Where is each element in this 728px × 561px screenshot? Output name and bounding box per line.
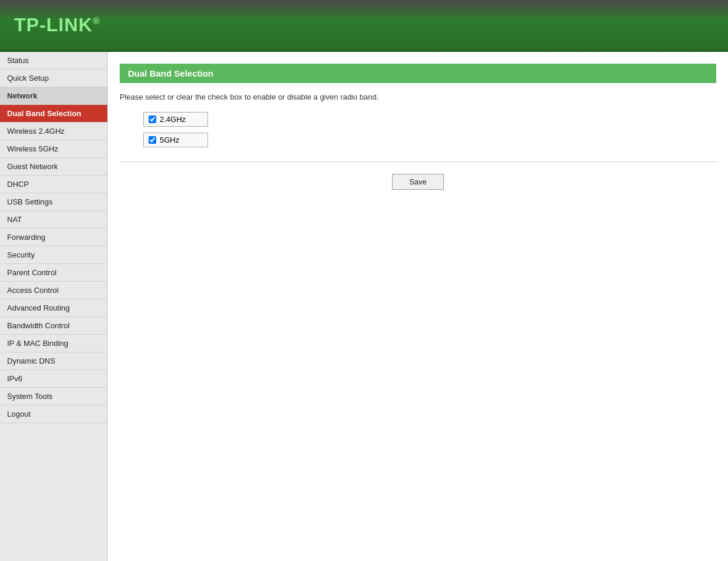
main-content: Dual Band Selection Please select or cle… [108, 52, 728, 561]
logo-text: TP-LINK [14, 14, 93, 35]
sidebar-item-logout[interactable]: Logout [0, 405, 107, 423]
band-24ghz-checkbox[interactable] [149, 116, 156, 123]
sidebar-item-ip-mac-binding[interactable]: IP & MAC Binding [0, 335, 107, 352]
sidebar-item-usb-settings[interactable]: USB Settings [0, 193, 107, 211]
sidebar-item-guest-network[interactable]: Guest Network [0, 158, 107, 176]
sidebar-item-dynamic-dns[interactable]: Dynamic DNS [0, 352, 107, 370]
save-button-container: Save [120, 174, 716, 190]
sidebar-item-wireless-24ghz[interactable]: Wireless 2.4GHz [0, 123, 107, 140]
checkbox-item-24ghz: 2.4GHz [143, 112, 208, 127]
sidebar-item-system-tools[interactable]: System Tools [0, 388, 107, 405]
sidebar-item-dhcp[interactable]: DHCP [0, 176, 107, 193]
sidebar: Status Quick Setup Network Dual Band Sel… [0, 52, 108, 561]
sidebar-item-network[interactable]: Network [0, 87, 107, 105]
main-layout: Status Quick Setup Network Dual Band Sel… [0, 52, 728, 561]
checkbox-item-5ghz: 5GHz [143, 133, 208, 147]
logo-registered: ® [93, 16, 100, 26]
save-button[interactable]: Save [392, 174, 444, 190]
tp-link-logo: TP-LINK® [14, 14, 100, 36]
sidebar-item-quick-setup[interactable]: Quick Setup [0, 70, 107, 87]
sidebar-item-dual-band-selection[interactable]: Dual Band Selection [0, 105, 107, 123]
band-checkbox-group: 2.4GHz 5GHz [143, 112, 716, 147]
sidebar-item-ipv6[interactable]: IPv6 [0, 370, 107, 388]
page-title: Dual Band Selection [120, 64, 716, 83]
band-5ghz-checkbox[interactable] [149, 136, 156, 144]
header: TP-LINK® [0, 0, 728, 52]
sidebar-item-parent-control[interactable]: Parent Control [0, 264, 107, 282]
band-5ghz-label[interactable]: 5GHz [160, 136, 179, 144]
sidebar-item-wireless-5ghz[interactable]: Wireless 5GHz [0, 140, 107, 158]
sidebar-item-access-control[interactable]: Access Control [0, 282, 107, 299]
description-text: Please select or clear the check box to … [120, 93, 716, 101]
sidebar-item-security[interactable]: Security [0, 246, 107, 264]
sidebar-item-forwarding[interactable]: Forwarding [0, 229, 107, 246]
sidebar-item-advanced-routing[interactable]: Advanced Routing [0, 299, 107, 317]
sidebar-item-status[interactable]: Status [0, 52, 107, 70]
band-24ghz-label[interactable]: 2.4GHz [160, 115, 186, 124]
section-divider [120, 161, 716, 162]
sidebar-item-nat[interactable]: NAT [0, 211, 107, 229]
sidebar-item-bandwidth-control[interactable]: Bandwidth Control [0, 317, 107, 335]
